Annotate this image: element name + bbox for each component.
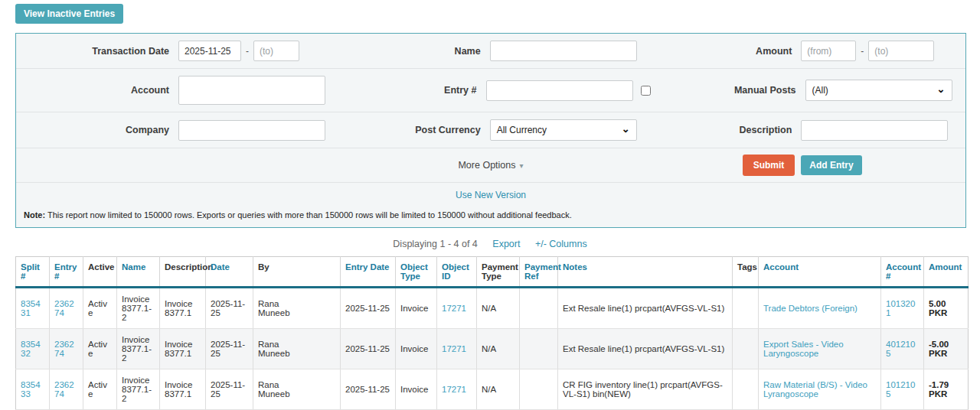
- entry-number-input[interactable]: [486, 80, 633, 101]
- cell-description: Invoice 8377.1: [160, 369, 206, 410]
- col-header-object_id[interactable]: Object ID: [437, 257, 477, 288]
- post-currency-select[interactable]: All Currency ⌄: [490, 119, 637, 141]
- cell-by: Rana Muneeb: [253, 369, 341, 410]
- col-header-payment_ref[interactable]: Payment Ref: [520, 257, 558, 288]
- account-link[interactable]: Export Sales - Video Laryngoscope: [763, 340, 844, 358]
- split-link[interactable]: 835431: [21, 299, 41, 317]
- cell-entry_date: 2025-11-25: [341, 369, 396, 410]
- col-header-amount[interactable]: Amount: [924, 257, 969, 288]
- company-input[interactable]: [178, 120, 325, 141]
- more-options-toggle[interactable]: More Options ▾: [335, 160, 647, 171]
- limit-note: Note: This report now limited to 150000 …: [16, 205, 965, 227]
- object_id-link[interactable]: 17271: [442, 385, 466, 394]
- entry-link[interactable]: 236274: [54, 380, 74, 399]
- name-label: Name: [335, 46, 481, 57]
- col-header-account[interactable]: Account: [759, 257, 881, 288]
- cell-payment_type: N/A: [477, 329, 520, 369]
- account-input[interactable]: [178, 76, 325, 105]
- filter-row-1: Transaction Date - Name Amount -: [16, 34, 965, 69]
- col-header-payment_type: Payment Type: [477, 257, 520, 288]
- col-header-name[interactable]: Name: [117, 257, 160, 288]
- manual-posts-label: Manual Posts: [651, 85, 796, 96]
- cell-description: Invoice 8377.1: [160, 329, 206, 369]
- filter-panel: Transaction Date - Name Amount - Account…: [15, 33, 966, 228]
- cell-payment_type: N/A: [477, 369, 520, 410]
- cell-by: Rana Muneeb: [253, 288, 341, 329]
- cell-amount: 5.00 PKR: [924, 288, 969, 329]
- amount-to-input[interactable]: [868, 41, 934, 61]
- columns-link[interactable]: +/- Columns: [535, 239, 587, 249]
- filter-row-3: Company Post Currency All Currency ⌄ Des…: [16, 112, 965, 148]
- cell-entry: 236274: [50, 288, 83, 329]
- description-input[interactable]: [801, 120, 948, 141]
- cell-payment_type: N/A: [477, 288, 520, 329]
- col-header-entry_date[interactable]: Entry Date: [341, 257, 396, 288]
- caret-down-icon: ▾: [519, 161, 523, 170]
- name-input[interactable]: [490, 41, 637, 61]
- chevron-down-icon: ⌄: [937, 84, 946, 94]
- split-link[interactable]: 835433: [21, 380, 41, 399]
- cell-name: Invoice 8377.1-2: [117, 329, 160, 369]
- cell-object_id: 17271: [437, 329, 477, 369]
- cell-account: Export Sales - Video Laryngoscope: [759, 329, 881, 369]
- col-header-account_no[interactable]: Account #: [881, 257, 924, 288]
- displaying-text: Displaying 1 - 4 of 4: [393, 239, 477, 249]
- col-header-object_type[interactable]: Object Type: [396, 257, 437, 288]
- account-link[interactable]: Trade Debtors (Foreign): [763, 304, 858, 313]
- cell-active: Active: [83, 369, 117, 410]
- cell-tags: [733, 288, 759, 329]
- use-new-version-link[interactable]: Use New Version: [456, 190, 526, 200]
- view-inactive-entries-button[interactable]: View Inactive Entries: [15, 4, 123, 24]
- object_id-link[interactable]: 17271: [442, 304, 466, 313]
- amount-from-input[interactable]: [801, 41, 856, 61]
- cell-amount: -1.79 PKR: [924, 369, 969, 410]
- cell-object_id: 17271: [437, 369, 477, 410]
- add-entry-button[interactable]: Add Entry: [801, 155, 861, 175]
- cell-object_type: Invoice: [396, 288, 437, 329]
- col-header-entry[interactable]: Entry #: [50, 257, 83, 288]
- chevron-down-icon: ⌄: [622, 124, 630, 134]
- cell-account_no: 1013201: [881, 288, 924, 329]
- col-header-description: Description: [160, 257, 206, 288]
- table-row: 835431236274ActiveInvoice 8377.1-2Invoic…: [16, 288, 969, 329]
- object_id-link[interactable]: 17271: [442, 344, 466, 353]
- cell-date: 2025-11-25: [206, 288, 253, 329]
- entry-number-label: Entry #: [332, 85, 477, 96]
- transaction-date-label: Transaction Date: [24, 46, 169, 57]
- cell-entry: 236274: [50, 369, 83, 410]
- account_no-link[interactable]: 1012105: [886, 380, 915, 399]
- amount-label: Amount: [646, 46, 792, 57]
- cell-account_no: 1012105: [881, 369, 924, 410]
- transaction-date-from-input[interactable]: [178, 41, 241, 61]
- entry-link[interactable]: 236274: [54, 299, 74, 317]
- cell-date: 2025-11-25: [206, 369, 253, 410]
- account-link[interactable]: Raw Material (B/S) - Video Lyrangoscope: [763, 380, 867, 399]
- account_no-link[interactable]: 1013201: [886, 299, 915, 317]
- account_no-link[interactable]: 4012105: [886, 340, 915, 358]
- account-label: Account: [24, 85, 169, 96]
- filter-row-2: Account Entry # Manual Posts (All) ⌄: [16, 69, 965, 112]
- submit-button[interactable]: Submit: [743, 155, 795, 176]
- cell-entry_date: 2025-11-25: [341, 288, 396, 329]
- col-header-notes[interactable]: Notes: [558, 257, 733, 288]
- filter-actions-row: More Options ▾ Submit Add Entry: [16, 148, 965, 183]
- entries-table: Split #Entry #ActiveNameDescriptionDateB…: [15, 256, 969, 410]
- transaction-date-to-input[interactable]: [253, 41, 299, 61]
- entry-link[interactable]: 236274: [54, 340, 74, 358]
- col-header-date[interactable]: Date: [206, 257, 253, 288]
- col-header-by: By: [253, 257, 341, 288]
- date-range-separator: -: [246, 46, 249, 57]
- cell-notes: CR FIG inventory line(1) prcpart(AVFGS-V…: [558, 369, 733, 410]
- manual-posts-select[interactable]: (All) ⌄: [805, 80, 952, 101]
- entry-number-checkbox[interactable]: [641, 86, 651, 96]
- export-link[interactable]: Export: [492, 239, 520, 249]
- cell-object_type: Invoice: [396, 329, 437, 369]
- table-header-row: Split #Entry #ActiveNameDescriptionDateB…: [16, 257, 969, 288]
- col-header-split[interactable]: Split #: [16, 257, 50, 288]
- cell-notes: Ext Resale line(1) prcpart(AVFGS-VL-S1): [558, 329, 733, 369]
- note-prefix: Note:: [24, 210, 45, 220]
- cell-object_id: 17271: [437, 288, 477, 329]
- split-link[interactable]: 835432: [21, 340, 41, 358]
- cell-name: Invoice 8377.1-2: [117, 369, 160, 410]
- cell-description: Invoice 8377.1: [160, 288, 206, 329]
